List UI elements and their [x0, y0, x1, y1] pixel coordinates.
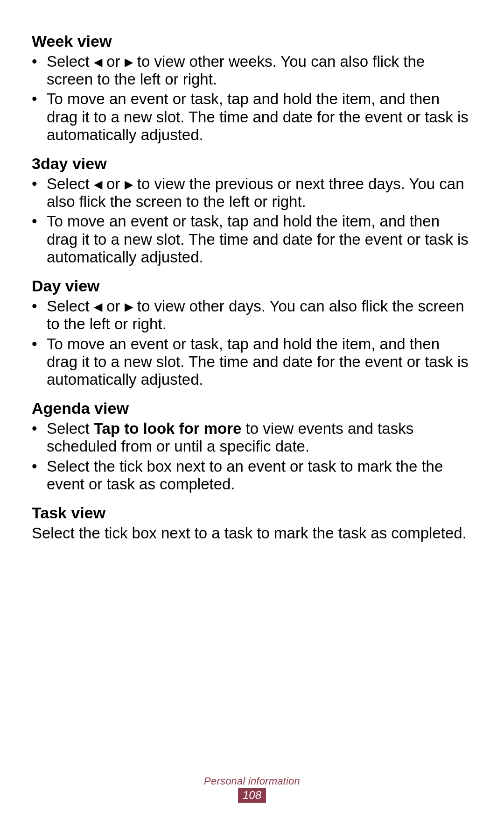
- bullet-item: To move an event or task, tap and hold t…: [32, 335, 472, 389]
- sections-container: Week viewSelect ◀ or ▶ to view other wee…: [32, 32, 472, 542]
- section: Week viewSelect ◀ or ▶ to view other wee…: [32, 32, 472, 144]
- text-run: To move an event or task, tap and hold t…: [47, 335, 469, 389]
- left-arrow-icon: ◀: [94, 301, 102, 312]
- bullet-item: Select Tap to look for more to view even…: [32, 420, 472, 456]
- page-number: 108: [238, 788, 266, 803]
- text-run: Select: [47, 297, 94, 315]
- bullet-item: To move an event or task, tap and hold t…: [32, 212, 472, 266]
- body-paragraph: Select the tick box next to a task to ma…: [32, 524, 472, 542]
- section: 3day viewSelect ◀ or ▶ to view the previ…: [32, 154, 472, 266]
- text-run: or: [102, 297, 125, 315]
- bullet-item: To move an event or task, tap and hold t…: [32, 90, 472, 144]
- left-arrow-icon: ◀: [94, 179, 102, 190]
- bullet-list: Select ◀ or ▶ to view the previous or ne…: [32, 175, 472, 266]
- text-run: To move an event or task, tap and hold t…: [47, 90, 469, 143]
- footer-section-title: Personal information: [0, 775, 504, 787]
- section: Day viewSelect ◀ or ▶ to view other days…: [32, 276, 472, 389]
- page-footer: Personal information 108: [0, 775, 504, 803]
- section: Agenda viewSelect Tap to look for more t…: [32, 399, 472, 493]
- bullet-item: Select ◀ or ▶ to view other days. You ca…: [32, 297, 472, 333]
- text-run: Select: [47, 420, 94, 437]
- bullet-list: Select Tap to look for more to view even…: [32, 420, 472, 493]
- section-heading: Day view: [32, 276, 472, 296]
- bullet-list: Select ◀ or ▶ to view other weeks. You c…: [32, 53, 472, 144]
- text-run: Select the tick box next to an event or …: [47, 458, 443, 493]
- text-run: To move an event or task, tap and hold t…: [47, 212, 469, 266]
- right-arrow-icon: ▶: [125, 57, 133, 68]
- bullet-item: Select the tick box next to an event or …: [32, 458, 472, 494]
- left-arrow-icon: ◀: [94, 57, 102, 68]
- text-run: Select: [47, 53, 94, 70]
- section-heading: Week view: [32, 32, 472, 51]
- section-heading: Task view: [32, 503, 472, 523]
- text-run: Tap to look for more: [94, 420, 242, 437]
- text-run: or: [102, 175, 125, 192]
- document-page: Week viewSelect ◀ or ▶ to view other wee…: [0, 0, 504, 542]
- section: Task viewSelect the tick box next to a t…: [32, 503, 472, 542]
- bullet-list: Select ◀ or ▶ to view other days. You ca…: [32, 297, 472, 389]
- section-heading: 3day view: [32, 154, 472, 173]
- text-run: Select: [47, 175, 94, 192]
- text-run: or: [102, 53, 125, 70]
- right-arrow-icon: ▶: [125, 179, 133, 190]
- bullet-item: Select ◀ or ▶ to view the previous or ne…: [32, 175, 472, 211]
- right-arrow-icon: ▶: [125, 301, 133, 312]
- section-heading: Agenda view: [32, 399, 472, 418]
- bullet-item: Select ◀ or ▶ to view other weeks. You c…: [32, 53, 472, 89]
